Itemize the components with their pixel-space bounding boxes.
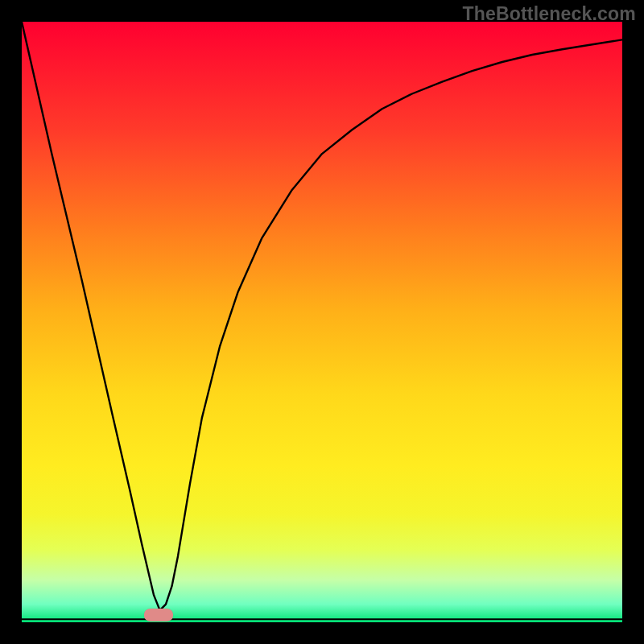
watermark-text: TheBottleneck.com	[462, 3, 636, 25]
optimal-marker	[144, 609, 173, 621]
plot-area	[22, 22, 622, 622]
chart-frame: TheBottleneck.com	[0, 0, 644, 644]
